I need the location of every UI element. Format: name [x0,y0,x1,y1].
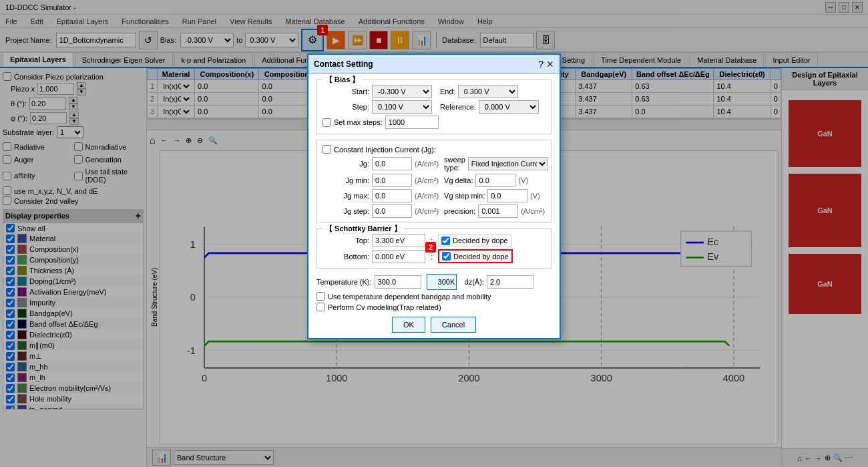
decided-by-dope-top-container: Decided by dope [438,235,511,247]
start-row: Start: -0.300 V End: 0.300 V [322,85,546,98]
jg-label: Jg: [322,160,369,168]
jg-max-input[interactable] [372,189,412,202]
cv-modeling-row: Perform Cv modeling(Trap related) [316,303,552,311]
cv-modeling-cb[interactable] [316,303,325,311]
contact-setting-modal: Contact Setting ? ✕ 【 Bias 】 Start: -0.3… [307,53,561,339]
vg-delta-unit: (V) [518,176,528,184]
modal-title: Contact Setting [314,59,373,69]
modal-btn-row: OK Cancel [316,317,552,333]
start-label: Start: [322,88,369,96]
jg-step-input[interactable] [372,204,412,218]
dz-input[interactable] [487,275,533,289]
decided-by-dope-top-cb[interactable] [441,237,450,245]
jg-step-label: Jg step: [322,207,369,215]
bias-section-label: 【 Bias 】 [322,75,362,85]
jg-unit: (A/cm²) [415,160,439,168]
modal-help-icon[interactable]: ? [538,59,544,69]
temperature-row: Temperature (K): 300K dz(Å): [316,274,552,290]
jg-step-row: Jg step: (A/cm²) precision: (A/cm²) [322,204,546,218]
reference-label: Reference: [440,103,476,111]
decided-by-dope-bottom-cb[interactable] [442,252,451,261]
end-select[interactable]: 0.300 V [458,85,518,98]
set-max-steps-cb[interactable] [322,118,331,127]
schottky-section-label: 【 Schottky Barrier 】 [322,224,404,234]
sweep-type-select[interactable]: Fixed Injection Current [468,157,548,170]
temperature-label: Temperature (K): [316,278,372,286]
bias-section: 【 Bias 】 Start: -0.300 V End: 0.300 V St… [316,80,552,134]
decided-by-dope-bottom-container: Decided by dope [438,249,513,263]
vg-delta-label: Vg delta: [444,176,473,184]
jg-min-input[interactable] [372,174,412,187]
bottom-row: Bottom: : 2 Decided by dope [322,249,546,263]
constant-injection-label: Constant Injection Current (Jg): [334,146,436,154]
reference-select[interactable]: 0.000 V [479,100,539,114]
modal-controls: ? ✕ [538,59,554,69]
jg-max-label: Jg max: [322,192,369,200]
temp-dependent-label: Use temperature dependent bandgap and mo… [328,293,491,301]
modal-overlay: Contact Setting ? ✕ 【 Bias 】 Start: -0.3… [0,0,868,467]
jg-min-label: Jg min: [322,176,369,184]
vg-step-min-unit: (V) [530,192,540,200]
step-select[interactable]: 0.100 V [372,100,432,114]
precision-unit: (A/cm²) [521,207,545,215]
modal-body: 【 Bias 】 Start: -0.300 V End: 0.300 V St… [308,74,560,338]
vg-step-min-input[interactable] [487,189,527,202]
max-steps-input[interactable] [385,116,439,129]
top-input[interactable] [372,234,425,247]
cv-modeling-label: Perform Cv modeling(Trap related) [328,303,441,311]
precision-label: precision: [444,207,475,215]
injection-section: Constant Injection Current (Jg): Jg: (A/… [316,140,552,223]
bottom-label: Bottom: [322,253,369,261]
modal-close-button[interactable]: ✕ [546,59,554,69]
jg-max-row: Jg max: (A/cm²) Vg step min: (V) [322,189,546,202]
ok-button[interactable]: OK [392,317,425,333]
temp-300k-button[interactable]: 300K [427,274,457,290]
temp-dependent-row: Use temperature dependent bandgap and mo… [316,292,552,301]
decided-by-dope-bottom-label: Decided by dope [453,253,509,261]
sweep-type-label: sweep type: [444,156,465,172]
constant-injection-cb[interactable] [322,145,331,154]
set-max-steps-label: Set max steps: [334,118,383,126]
schottky-section: 【 Schottky Barrier 】 Top: : Decided by d… [316,228,552,269]
jg-input[interactable] [372,157,412,170]
cancel-button[interactable]: Cancel [431,317,476,333]
start-select[interactable]: -0.300 V [372,85,432,98]
vg-delta-input[interactable] [475,174,515,187]
decided-by-dope-top-label: Decided by dope [453,237,508,245]
jg-row: Jg: (A/cm²) sweep type: Fixed Injection … [322,156,546,172]
end-label: End: [440,88,455,96]
bottom-input[interactable] [372,250,425,263]
modal-titlebar: Contact Setting ? ✕ [308,55,560,74]
jg-min-row: Jg min: (A/cm²) Vg delta: (V) [322,174,546,187]
vg-step-min-label: Vg step min: [444,192,485,200]
step-row: Step: 0.100 V Reference: 0.000 V [322,100,546,114]
max-steps-row: Set max steps: [322,116,546,129]
temperature-input[interactable] [375,275,421,289]
temp-dependent-cb[interactable] [316,292,325,301]
top-label: Top: [322,237,369,245]
precision-input[interactable] [478,204,518,218]
constant-injection-row: Constant Injection Current (Jg): [322,145,546,154]
dz-label: dz(Å): [465,278,484,286]
step-label: Step: [322,103,369,111]
